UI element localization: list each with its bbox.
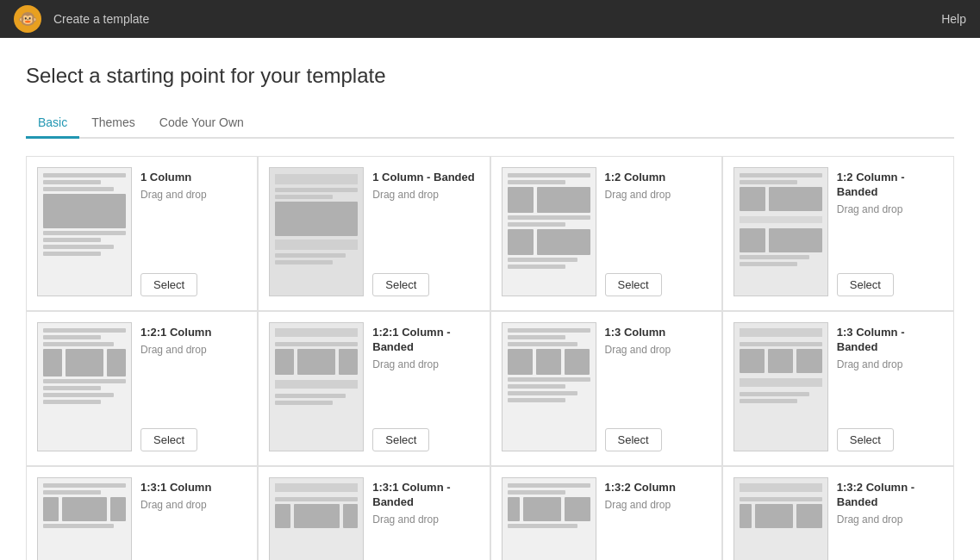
template-name-1-2col-banded: 1:2 Column - Banded bbox=[837, 171, 943, 200]
template-type-1-2col: Drag and drop bbox=[605, 189, 711, 201]
logo: 🐵 bbox=[14, 5, 41, 33]
preview-1-3-2col-banded bbox=[733, 477, 828, 560]
info-1col-banded: 1 Column - Banded Drag and drop Select bbox=[372, 167, 478, 300]
template-name-1-3-1col-banded: 1:3:1 Column - Banded bbox=[372, 481, 478, 510]
template-card-1-3col: 1:3 Column Drag and drop Select bbox=[490, 311, 722, 466]
preview-1-3-1col-banded bbox=[269, 477, 364, 560]
template-name-1-2col: 1:2 Column bbox=[605, 171, 711, 185]
select-btn-1-3col[interactable]: Select bbox=[605, 428, 662, 451]
template-card-1-2col: 1:2 Column Drag and drop Select bbox=[490, 156, 722, 311]
page-title: Select a starting point for your templat… bbox=[26, 64, 954, 88]
main-content: Select a starting point for your templat… bbox=[0, 38, 980, 560]
tab-code-your-own[interactable]: Code Your Own bbox=[147, 109, 256, 139]
info-1-3col-banded: 1:3 Column - Banded Drag and drop Select bbox=[837, 322, 943, 455]
template-card-1-2col-banded: 1:2 Column - Banded Drag and drop Select bbox=[722, 156, 954, 311]
template-type-1-3-2col-banded: Drag and drop bbox=[837, 513, 943, 526]
info-1-3-1col-banded: 1:3:1 Column - Banded Drag and drop bbox=[372, 477, 478, 560]
template-type-1-3-1col: Drag and drop bbox=[140, 499, 247, 511]
template-name-1col-banded: 1 Column - Banded bbox=[372, 171, 478, 185]
preview-1col bbox=[37, 167, 132, 296]
info-1-2-1col-banded: 1:2:1 Column - Banded Drag and drop Sele… bbox=[372, 322, 478, 455]
template-type-1-3col: Drag and drop bbox=[605, 344, 711, 356]
template-card-1col-banded: 1 Column - Banded Drag and drop Select bbox=[258, 156, 490, 311]
info-1-2col-banded: 1:2 Column - Banded Drag and drop Select bbox=[837, 167, 943, 300]
tab-bar: Basic Themes Code Your Own bbox=[26, 109, 954, 139]
preview-1-2col bbox=[502, 167, 596, 296]
info-1-2-1col: 1:2:1 Column Drag and drop Select bbox=[140, 322, 247, 455]
select-btn-1-2col-banded[interactable]: Select bbox=[837, 273, 894, 296]
template-card-1-3col-banded: 1:3 Column - Banded Drag and drop Select bbox=[722, 311, 954, 466]
template-card-1-3-2col-banded: 1:3:2 Column - Banded Drag and drop bbox=[722, 466, 954, 560]
template-card-1-3-1col: 1:3:1 Column Drag and drop bbox=[26, 466, 258, 560]
template-name-1-2-1col: 1:2:1 Column bbox=[140, 326, 247, 340]
preview-1-2-1col bbox=[37, 322, 132, 451]
info-1-3col: 1:3 Column Drag and drop Select bbox=[605, 322, 711, 455]
template-type-1-3-1col-banded: Drag and drop bbox=[372, 513, 478, 526]
select-btn-1col[interactable]: Select bbox=[140, 273, 197, 296]
select-btn-1-2col[interactable]: Select bbox=[605, 273, 662, 296]
template-type-1-2-1col-banded: Drag and drop bbox=[372, 358, 478, 370]
template-type-1-2-1col: Drag and drop bbox=[140, 344, 247, 356]
preview-1-2col-banded bbox=[733, 167, 828, 296]
tab-themes[interactable]: Themes bbox=[79, 109, 147, 139]
info-1-2col: 1:2 Column Drag and drop Select bbox=[605, 167, 711, 300]
preview-1-3col bbox=[502, 322, 596, 451]
template-card-1-2-1col: 1:2:1 Column Drag and drop Select bbox=[26, 311, 258, 466]
template-card-1col: 1 Column Drag and drop Select bbox=[26, 156, 258, 311]
template-type-1-3-2col: Drag and drop bbox=[605, 499, 711, 511]
top-nav: 🐵 Create a template Help bbox=[0, 0, 980, 38]
info-1-3-1col: 1:3:1 Column Drag and drop bbox=[140, 477, 247, 560]
select-btn-1-2-1col[interactable]: Select bbox=[140, 428, 197, 451]
select-btn-1-2-1col-banded[interactable]: Select bbox=[372, 428, 429, 451]
preview-1-2-1col-banded bbox=[269, 322, 364, 451]
nav-left: 🐵 Create a template bbox=[14, 5, 149, 33]
info-1-3-2col: 1:3:2 Column Drag and drop bbox=[605, 477, 711, 560]
preview-1-3-2col bbox=[502, 477, 596, 560]
template-type-1col: Drag and drop bbox=[140, 189, 247, 201]
preview-1-3-1col bbox=[37, 477, 132, 560]
template-name-1-3-2col: 1:3:2 Column bbox=[605, 481, 711, 495]
template-card-1-3-1col-banded: 1:3:1 Column - Banded Drag and drop bbox=[258, 466, 490, 560]
template-name-1-3col-banded: 1:3 Column - Banded bbox=[837, 326, 943, 355]
info-1-3-2col-banded: 1:3:2 Column - Banded Drag and drop bbox=[837, 477, 943, 560]
template-type-1col-banded: Drag and drop bbox=[372, 189, 478, 201]
help-link[interactable]: Help bbox=[941, 12, 966, 26]
template-name-1col: 1 Column bbox=[140, 171, 247, 185]
template-name-1-3-1col: 1:3:1 Column bbox=[140, 481, 247, 495]
select-btn-1col-banded[interactable]: Select bbox=[372, 273, 429, 296]
template-card-1-3-2col: 1:3:2 Column Drag and drop bbox=[490, 466, 722, 560]
template-name-1-2-1col-banded: 1:2:1 Column - Banded bbox=[372, 326, 478, 355]
template-grid: 1 Column Drag and drop Select 1 Column -… bbox=[26, 156, 954, 560]
template-type-1-2col-banded: Drag and drop bbox=[837, 203, 943, 215]
template-name-1-3col: 1:3 Column bbox=[605, 326, 711, 340]
template-type-1-3col-banded: Drag and drop bbox=[837, 358, 943, 370]
preview-1col-banded bbox=[269, 167, 364, 296]
select-btn-1-3col-banded[interactable]: Select bbox=[837, 428, 894, 451]
template-card-1-2-1col-banded: 1:2:1 Column - Banded Drag and drop Sele… bbox=[258, 311, 490, 466]
template-name-1-3-2col-banded: 1:3:2 Column - Banded bbox=[837, 481, 943, 510]
tab-basic[interactable]: Basic bbox=[26, 109, 79, 139]
info-1col: 1 Column Drag and drop Select bbox=[140, 167, 247, 300]
preview-1-3col-banded bbox=[733, 322, 828, 451]
nav-title: Create a template bbox=[53, 12, 149, 26]
